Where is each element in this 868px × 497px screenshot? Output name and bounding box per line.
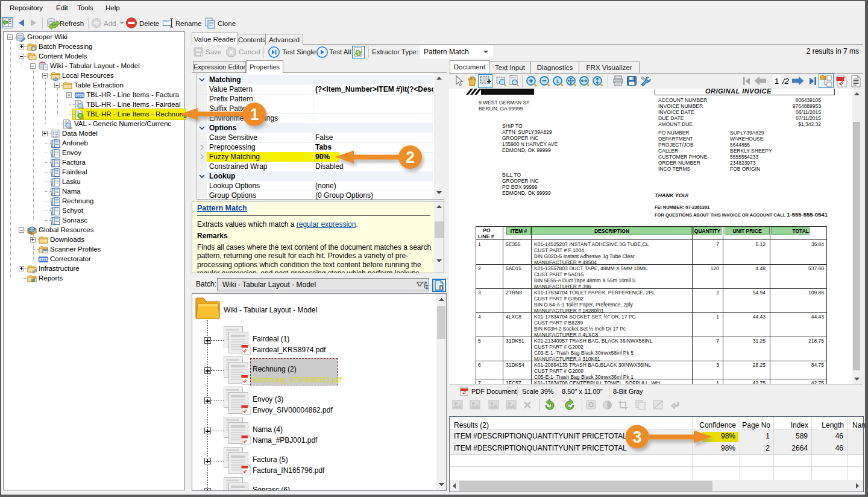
svg-text:1: 1: [556, 78, 559, 84]
